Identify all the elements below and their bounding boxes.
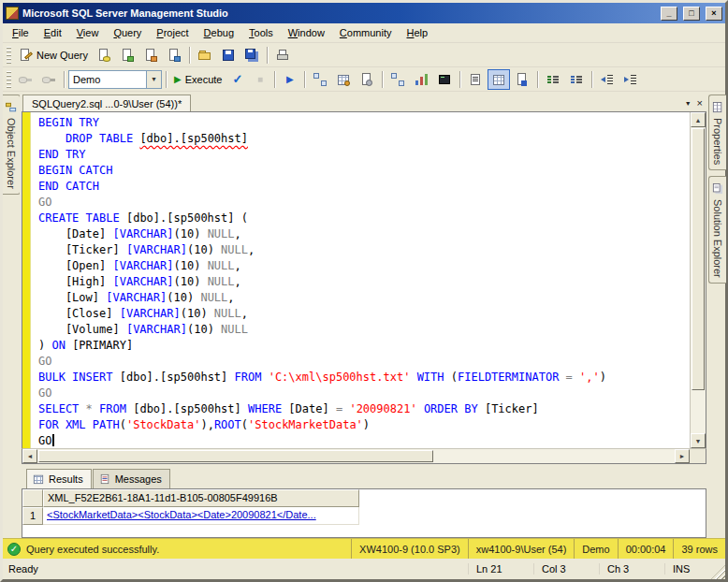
print-button[interactable] — [271, 45, 294, 65]
code-line-14[interactable]: [Volume] [VARCHAR](10) NULL — [38, 322, 690, 338]
menu-item-community[interactable]: Community — [332, 24, 400, 41]
save-all-button[interactable] — [240, 45, 263, 65]
toolbar-grip[interactable] — [7, 71, 11, 88]
results-tab[interactable]: Results — [26, 469, 92, 488]
vertical-scroll-thumb[interactable] — [692, 128, 705, 390]
code-line-17[interactable]: BULK INSERT [dbo].[sp500hst] FROM 'C:\xm… — [38, 370, 690, 386]
estimated-plan-button[interactable] — [309, 69, 331, 90]
change-connection-button[interactable] — [37, 69, 60, 90]
dmx-query-button[interactable] — [139, 45, 162, 65]
document-tab[interactable]: SQLQuery2.sql ...0-9\User (54))* — [22, 95, 191, 111]
menu-item-debug[interactable]: Debug — [197, 24, 241, 41]
menu-item-query[interactable]: Query — [106, 24, 149, 41]
grid-column-header[interactable]: XML_F52E2B61-18A1-11d1-B105-00805F49916B — [43, 489, 359, 507]
minimize-button[interactable]: _ — [661, 7, 677, 21]
code-line-20[interactable]: FOR XML PATH('StockData'),ROOT('StockMar… — [38, 417, 690, 433]
code-area[interactable]: BEGIN TRY DROP TABLE [dbo].[sp500hst]END… — [31, 112, 690, 448]
menu-item-edit[interactable]: Edit — [36, 24, 69, 41]
sqlcmd-mode-button[interactable] — [433, 69, 456, 90]
right-dock: Properties Solution Explorer — [708, 92, 725, 538]
mdx-query-button[interactable] — [116, 45, 138, 65]
menu-item-window[interactable]: Window — [281, 24, 332, 41]
parse-button[interactable]: ✓ — [226, 69, 248, 90]
horizontal-scroll-track[interactable] — [37, 449, 675, 463]
status-char: Ch 3 — [599, 563, 664, 575]
code-line-12[interactable]: [Low] [VARCHAR](10) NULL, — [38, 290, 690, 306]
results-to-grid-button[interactable] — [488, 69, 510, 90]
object-explorer-tab[interactable]: Object Explorer — [3, 95, 21, 195]
close-button[interactable]: × — [706, 7, 722, 21]
results-to-text-button[interactable] — [464, 69, 487, 90]
status-line: Ln 21 — [468, 563, 533, 575]
standard-toolbar: New Query — [3, 43, 725, 67]
code-line-16[interactable]: GO — [38, 354, 690, 370]
resize-grip[interactable] — [711, 565, 725, 579]
results-to-file-button[interactable] — [511, 69, 533, 90]
toolbar-grip[interactable] — [7, 47, 11, 64]
code-line-1[interactable]: BEGIN TRY — [38, 115, 690, 131]
code-line-5[interactable]: END CATCH — [38, 179, 690, 195]
xmla-query-button[interactable] — [163, 45, 185, 65]
properties-tab[interactable]: Properties — [708, 95, 726, 170]
menu-item-help[interactable]: Help — [400, 24, 436, 41]
vertical-scrollbar[interactable]: ▲ ▼ — [690, 112, 706, 448]
code-line-7[interactable]: CREATE TABLE [dbo].[sp500hst] ( — [38, 211, 690, 226]
uncomment-button[interactable] — [565, 69, 588, 90]
execute-button[interactable]: ▶ Execute — [170, 69, 226, 90]
menu-item-file[interactable]: File — [5, 24, 36, 41]
available-databases-combo[interactable]: Demo ▼ — [68, 70, 162, 89]
code-token: ON — [51, 339, 65, 352]
code-line-10[interactable]: [Open] [VARCHAR](10) NULL, — [38, 258, 690, 274]
messages-tab[interactable]: Messages — [93, 469, 170, 488]
code-line-8[interactable]: [Date] [VARCHAR](10) NULL, — [38, 226, 690, 242]
close-document-icon[interactable]: × — [697, 97, 703, 109]
window-title: Microsoft SQL Server Management Studio — [22, 7, 655, 19]
code-line-15[interactable]: ) ON [PRIMARY] — [38, 338, 690, 354]
horizontal-scroll-thumb[interactable] — [38, 450, 433, 462]
save-button[interactable] — [217, 45, 240, 65]
query-designer-button[interactable] — [332, 69, 355, 90]
code-line-19[interactable]: SELECT * FROM [dbo].[sp500hst] WHERE [Da… — [38, 401, 690, 417]
actual-plan-button[interactable] — [386, 69, 409, 90]
code-token: , — [235, 227, 241, 240]
code-line-21[interactable]: GO — [38, 433, 690, 448]
combo-dropdown-button[interactable]: ▼ — [146, 71, 161, 88]
grid-row-header[interactable]: 1 — [22, 507, 43, 525]
increase-indent-button[interactable] — [619, 69, 642, 90]
code-line-4[interactable]: BEGIN CATCH — [38, 163, 690, 179]
open-file-button[interactable] — [194, 45, 216, 65]
code-line-3[interactable]: END TRY — [38, 147, 690, 163]
code-line-13[interactable]: [Close] [VARCHAR](10) NULL, — [38, 306, 690, 322]
scroll-up-icon[interactable]: ▲ — [691, 112, 706, 127]
code-line-2[interactable]: DROP TABLE [dbo].[sp500hst] — [38, 131, 690, 147]
comment-button[interactable] — [542, 69, 564, 90]
code-line-18[interactable]: GO — [38, 386, 690, 401]
scroll-right-icon[interactable]: ► — [675, 449, 690, 463]
decrease-indent-button[interactable] — [596, 69, 619, 90]
code-line-11[interactable]: [High] [VARCHAR](10) NULL, — [38, 274, 690, 290]
menu-item-tools[interactable]: Tools — [241, 24, 281, 41]
code-line-9[interactable]: [Ticker] [VARCHAR](10) NULL, — [38, 242, 690, 258]
template-parameters-button[interactable] — [356, 69, 378, 90]
scroll-left-icon[interactable]: ◄ — [22, 449, 37, 463]
debug-button[interactable]: ▶ — [279, 69, 300, 90]
maximize-button[interactable]: □ — [683, 7, 700, 21]
xml-result-link[interactable]: <StockMarketData><StockData><Date>200908… — [47, 509, 316, 520]
cancel-query-button[interactable]: ■ — [249, 69, 270, 90]
toolbar-separator — [189, 47, 190, 64]
connect-button[interactable] — [14, 69, 36, 90]
grid-corner-cell[interactable] — [22, 489, 43, 507]
scroll-down-icon[interactable]: ▼ — [691, 433, 706, 448]
active-files-dropdown-icon[interactable]: ▼ — [685, 100, 692, 107]
toolbar-separator — [537, 71, 538, 88]
solution-explorer-tab[interactable]: Solution Explorer — [708, 176, 726, 284]
code-line-6[interactable]: GO — [38, 195, 690, 211]
code-token: [VARCHAR] — [126, 323, 187, 336]
new-query-button[interactable]: New Query — [14, 45, 92, 65]
menu-item-project[interactable]: Project — [149, 24, 196, 41]
code-token: , — [248, 243, 255, 256]
menu-item-view[interactable]: View — [69, 24, 107, 41]
client-statistics-button[interactable] — [410, 69, 432, 90]
horizontal-scrollbar[interactable]: ◄ ► — [22, 448, 706, 464]
database-engine-query-button[interactable] — [93, 45, 115, 65]
